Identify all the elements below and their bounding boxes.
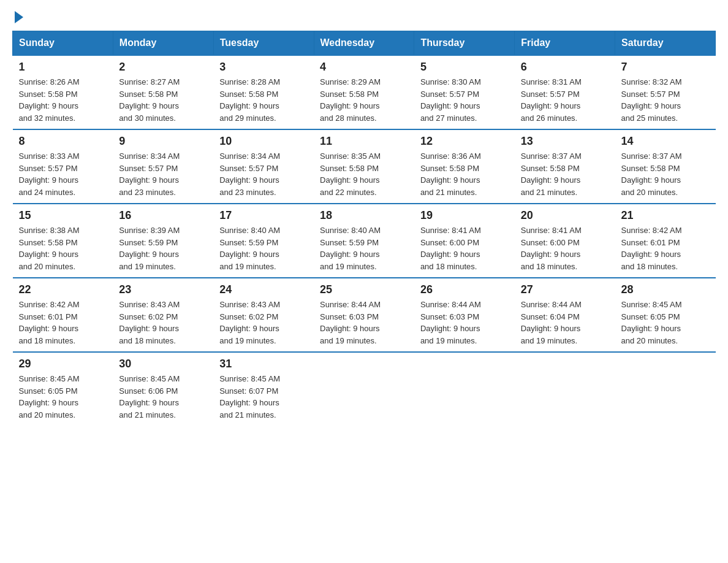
day-info: Sunrise: 8:28 AMSunset: 5:58 PMDaylight:… (219, 77, 280, 123)
day-number: 17 (219, 209, 308, 222)
calendar-cell: 21 Sunrise: 8:42 AMSunset: 6:01 PMDaylig… (615, 204, 716, 278)
calendar-cell: 29 Sunrise: 8:45 AMSunset: 6:05 PMDaylig… (13, 352, 113, 426)
header-thursday: Thursday (414, 31, 515, 56)
day-number: 10 (219, 135, 308, 148)
calendar-cell: 13 Sunrise: 8:37 AMSunset: 5:58 PMDaylig… (515, 129, 615, 204)
day-number: 5 (420, 61, 509, 74)
day-info: Sunrise: 8:37 AMSunset: 5:58 PMDaylight:… (521, 151, 582, 197)
day-number: 4 (320, 61, 408, 74)
header-tuesday: Tuesday (213, 31, 314, 56)
day-number: 7 (621, 61, 710, 74)
day-number: 8 (19, 135, 107, 148)
day-info: Sunrise: 8:45 AMSunset: 6:05 PMDaylight:… (19, 374, 80, 419)
calendar-cell: 31 Sunrise: 8:45 AMSunset: 6:07 PMDaylig… (213, 352, 314, 426)
header-friday: Friday (515, 31, 615, 56)
day-info: Sunrise: 8:31 AMSunset: 5:57 PMDaylight:… (521, 77, 582, 123)
calendar-cell: 15 Sunrise: 8:38 AMSunset: 5:58 PMDaylig… (13, 204, 113, 278)
day-number: 23 (119, 283, 207, 296)
day-number: 27 (521, 283, 609, 296)
day-info: Sunrise: 8:30 AMSunset: 5:57 PMDaylight:… (420, 77, 481, 123)
day-info: Sunrise: 8:42 AMSunset: 6:01 PMDaylight:… (19, 300, 80, 345)
day-info: Sunrise: 8:38 AMSunset: 5:58 PMDaylight:… (19, 226, 80, 271)
calendar-cell: 20 Sunrise: 8:41 AMSunset: 6:00 PMDaylig… (515, 204, 615, 278)
calendar-cell: 3 Sunrise: 8:28 AMSunset: 5:58 PMDayligh… (213, 55, 314, 129)
day-number: 21 (621, 209, 710, 222)
calendar-cell: 24 Sunrise: 8:43 AMSunset: 6:02 PMDaylig… (213, 278, 314, 352)
logo-arrow-icon (15, 11, 23, 23)
day-number: 15 (19, 209, 107, 222)
day-info: Sunrise: 8:40 AMSunset: 5:59 PMDaylight:… (219, 226, 280, 271)
day-info: Sunrise: 8:42 AMSunset: 6:01 PMDaylight:… (621, 226, 682, 271)
day-info: Sunrise: 8:32 AMSunset: 5:57 PMDaylight:… (621, 77, 682, 123)
day-info: Sunrise: 8:27 AMSunset: 5:58 PMDaylight:… (119, 77, 180, 123)
calendar-cell: 27 Sunrise: 8:44 AMSunset: 6:04 PMDaylig… (515, 278, 615, 352)
calendar-cell: 6 Sunrise: 8:31 AMSunset: 5:57 PMDayligh… (515, 55, 615, 129)
day-number: 29 (19, 358, 107, 370)
calendar-cell: 2 Sunrise: 8:27 AMSunset: 5:58 PMDayligh… (113, 55, 213, 129)
day-number: 3 (219, 61, 308, 74)
day-number: 2 (119, 61, 207, 74)
day-info: Sunrise: 8:29 AMSunset: 5:58 PMDaylight:… (320, 77, 381, 123)
calendar-cell (414, 352, 515, 426)
day-number: 6 (521, 61, 609, 74)
day-number: 28 (621, 283, 710, 296)
calendar-cell: 16 Sunrise: 8:39 AMSunset: 5:59 PMDaylig… (113, 204, 213, 278)
day-info: Sunrise: 8:41 AMSunset: 6:00 PMDaylight:… (521, 226, 582, 271)
page-header (12, 12, 716, 25)
calendar-cell: 5 Sunrise: 8:30 AMSunset: 5:57 PMDayligh… (414, 55, 515, 129)
day-number: 14 (621, 135, 710, 148)
calendar-cell: 8 Sunrise: 8:33 AMSunset: 5:57 PMDayligh… (13, 129, 113, 204)
header-sunday: Sunday (13, 31, 113, 56)
calendar-cell: 11 Sunrise: 8:35 AMSunset: 5:58 PMDaylig… (314, 129, 414, 204)
calendar-cell: 7 Sunrise: 8:32 AMSunset: 5:57 PMDayligh… (615, 55, 716, 129)
calendar-cell: 22 Sunrise: 8:42 AMSunset: 6:01 PMDaylig… (13, 278, 113, 352)
day-number: 19 (420, 209, 509, 222)
day-number: 24 (219, 283, 308, 296)
day-info: Sunrise: 8:34 AMSunset: 5:57 PMDaylight:… (119, 151, 180, 197)
day-number: 30 (119, 358, 207, 370)
day-number: 26 (420, 283, 509, 296)
day-info: Sunrise: 8:45 AMSunset: 6:05 PMDaylight:… (621, 300, 682, 345)
calendar-cell: 17 Sunrise: 8:40 AMSunset: 5:59 PMDaylig… (213, 204, 314, 278)
day-info: Sunrise: 8:44 AMSunset: 6:03 PMDaylight:… (320, 300, 381, 345)
calendar-cell (314, 352, 414, 426)
header-monday: Monday (113, 31, 213, 56)
day-info: Sunrise: 8:41 AMSunset: 6:00 PMDaylight:… (420, 226, 481, 271)
calendar-week-row: 15 Sunrise: 8:38 AMSunset: 5:58 PMDaylig… (13, 204, 716, 278)
day-info: Sunrise: 8:39 AMSunset: 5:59 PMDaylight:… (119, 226, 180, 271)
day-info: Sunrise: 8:36 AMSunset: 5:58 PMDaylight:… (420, 151, 481, 197)
calendar-cell: 4 Sunrise: 8:29 AMSunset: 5:58 PMDayligh… (314, 55, 414, 129)
calendar-cell: 9 Sunrise: 8:34 AMSunset: 5:57 PMDayligh… (113, 129, 213, 204)
day-info: Sunrise: 8:45 AMSunset: 6:06 PMDaylight:… (119, 374, 180, 419)
calendar-cell: 28 Sunrise: 8:45 AMSunset: 6:05 PMDaylig… (615, 278, 716, 352)
day-info: Sunrise: 8:43 AMSunset: 6:02 PMDaylight:… (119, 300, 180, 345)
calendar-cell: 14 Sunrise: 8:37 AMSunset: 5:58 PMDaylig… (615, 129, 716, 204)
calendar-header-row: SundayMondayTuesdayWednesdayThursdayFrid… (13, 31, 716, 56)
day-info: Sunrise: 8:44 AMSunset: 6:03 PMDaylight:… (420, 300, 481, 345)
day-number: 16 (119, 209, 207, 222)
calendar-week-row: 1 Sunrise: 8:26 AMSunset: 5:58 PMDayligh… (13, 55, 716, 129)
day-info: Sunrise: 8:44 AMSunset: 6:04 PMDaylight:… (521, 300, 582, 345)
header-wednesday: Wednesday (314, 31, 414, 56)
header-saturday: Saturday (615, 31, 716, 56)
day-number: 9 (119, 135, 207, 148)
calendar-week-row: 8 Sunrise: 8:33 AMSunset: 5:57 PMDayligh… (13, 129, 716, 204)
day-info: Sunrise: 8:45 AMSunset: 6:07 PMDaylight:… (219, 374, 280, 419)
calendar-cell (515, 352, 615, 426)
day-number: 11 (320, 135, 408, 148)
day-number: 22 (19, 283, 107, 296)
day-info: Sunrise: 8:26 AMSunset: 5:58 PMDaylight:… (19, 77, 80, 123)
calendar-cell: 25 Sunrise: 8:44 AMSunset: 6:03 PMDaylig… (314, 278, 414, 352)
calendar-cell (615, 352, 716, 426)
day-number: 20 (521, 209, 609, 222)
day-number: 13 (521, 135, 609, 148)
day-info: Sunrise: 8:37 AMSunset: 5:58 PMDaylight:… (621, 151, 682, 197)
day-number: 18 (320, 209, 408, 222)
calendar-week-row: 22 Sunrise: 8:42 AMSunset: 6:01 PMDaylig… (13, 278, 716, 352)
calendar-week-row: 29 Sunrise: 8:45 AMSunset: 6:05 PMDaylig… (13, 352, 716, 426)
day-number: 31 (219, 358, 308, 370)
day-number: 1 (19, 61, 107, 74)
day-info: Sunrise: 8:35 AMSunset: 5:58 PMDaylight:… (320, 151, 381, 197)
day-info: Sunrise: 8:33 AMSunset: 5:57 PMDaylight:… (19, 151, 80, 197)
day-info: Sunrise: 8:40 AMSunset: 5:59 PMDaylight:… (320, 226, 381, 271)
